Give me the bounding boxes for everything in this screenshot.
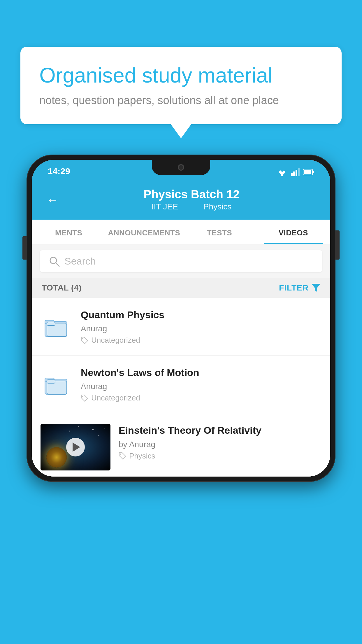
svg-rect-4	[293, 172, 295, 176]
einstein-row: Einstein's Theory Of Relativity by Anura…	[41, 424, 321, 470]
tag-icon	[81, 337, 88, 344]
svg-rect-6	[298, 168, 300, 176]
subtitle-iitjee: IIT JEE	[152, 202, 178, 211]
batch-subtitle: IIT JEE Physics	[67, 202, 316, 211]
phone-mockup: 14:29	[27, 155, 335, 482]
svg-rect-21	[47, 380, 55, 383]
folder-icon	[43, 315, 70, 338]
tag-text: Uncategorized	[91, 393, 140, 402]
video-author: Anurag	[81, 382, 321, 391]
search-bar[interactable]: Search	[40, 250, 322, 272]
video-title: Einstein's Theory Of Relativity	[119, 424, 321, 437]
phone-outer-frame: 14:29	[27, 155, 335, 482]
svg-point-26	[104, 428, 105, 428]
search-icon	[49, 256, 60, 267]
filter-button[interactable]: FILTER	[279, 283, 320, 293]
svg-point-28	[78, 426, 79, 427]
svg-point-24	[99, 435, 99, 436]
speech-bubble-section: Organised study material notes, question…	[20, 47, 342, 124]
video-thumbnail	[41, 424, 110, 470]
tab-ments[interactable]: MENTS	[32, 220, 106, 244]
back-button[interactable]: ←	[46, 193, 59, 207]
svg-line-11	[56, 263, 59, 266]
filter-funnel-icon	[312, 284, 320, 292]
einstein-info: Einstein's Theory Of Relativity by Anura…	[119, 424, 321, 460]
folder-icon-wrap	[41, 370, 73, 399]
video-tag: Uncategorized	[81, 393, 321, 402]
video-author: Anurag	[81, 324, 321, 333]
svg-point-17	[82, 338, 83, 339]
total-count: TOTAL (4)	[42, 283, 82, 293]
front-camera	[178, 164, 184, 171]
svg-rect-8	[312, 171, 314, 173]
tag-icon	[119, 452, 126, 460]
header-title-block: Physics Batch 12 IIT JEE Physics	[67, 188, 316, 211]
einstein-author: by Anurag	[119, 440, 321, 449]
play-triangle-icon	[73, 442, 80, 452]
speech-bubble-card: Organised study material notes, question…	[20, 47, 342, 124]
search-placeholder-text: Search	[64, 256, 96, 267]
tab-announcements[interactable]: ANNOUNCEMENTS	[106, 220, 182, 244]
tab-videos[interactable]: VIDEOS	[256, 220, 330, 244]
svg-point-23	[92, 429, 94, 430]
tag-text: Uncategorized	[91, 336, 140, 345]
signal-icon	[291, 168, 300, 176]
folder-icon-wrap	[41, 312, 73, 341]
subtitle-physics: Physics	[203, 202, 231, 211]
svg-rect-9	[304, 170, 311, 174]
app-header: ← Physics Batch 12 IIT JEE Physics	[32, 180, 330, 220]
svg-marker-12	[312, 284, 320, 292]
battery-icon	[303, 169, 314, 176]
list-item[interactable]: Newton's Laws of Motion Anurag Uncategor…	[32, 356, 330, 413]
einstein-tag: Physics	[119, 452, 321, 461]
list-item[interactable]: Quantum Physics Anurag Uncategorized	[32, 298, 330, 356]
status-icons	[277, 168, 314, 176]
svg-point-27	[69, 431, 70, 432]
filter-label: FILTER	[279, 283, 309, 293]
video-info: Quantum Physics Anurag Uncategorized	[81, 308, 321, 345]
tab-bar: MENTS ANNOUNCEMENTS TESTS VIDEOS	[32, 220, 330, 244]
play-button-overlay[interactable]	[66, 438, 85, 456]
svg-rect-3	[291, 173, 293, 176]
tag-text: Physics	[129, 452, 155, 461]
tab-tests[interactable]: TESTS	[182, 220, 256, 244]
svg-rect-5	[296, 170, 297, 176]
video-info: Newton's Laws of Motion Anurag Uncategor…	[81, 366, 321, 402]
svg-point-22	[82, 396, 83, 397]
tag-icon	[81, 394, 88, 402]
filter-row: TOTAL (4) FILTER	[32, 278, 330, 298]
subtitle-separator	[187, 202, 194, 211]
svg-point-25	[87, 434, 87, 434]
phone-notch	[152, 160, 210, 175]
folder-icon	[43, 373, 70, 396]
search-bar-wrapper: Search	[32, 244, 330, 278]
svg-rect-16	[47, 322, 55, 326]
video-tag: Uncategorized	[81, 336, 321, 345]
svg-point-29	[120, 454, 121, 455]
list-item[interactable]: Einstein's Theory Of Relativity by Anura…	[32, 413, 330, 477]
video-title: Newton's Laws of Motion	[81, 366, 321, 379]
batch-title: Physics Batch 12	[67, 188, 316, 201]
video-list: Quantum Physics Anurag Uncategorized	[32, 298, 330, 477]
speech-bubble-heading: Organised study material	[39, 63, 323, 88]
video-title: Quantum Physics	[81, 308, 321, 321]
wifi-icon	[277, 168, 287, 176]
speech-bubble-subtext: notes, question papers, solutions all at…	[39, 94, 323, 107]
phone-screen: 14:29	[32, 160, 330, 477]
